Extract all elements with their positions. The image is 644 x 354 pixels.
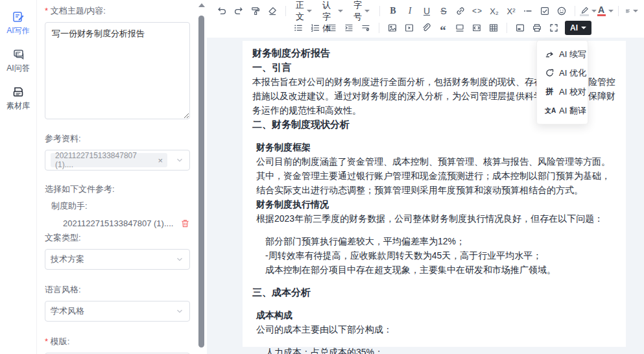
- emoji-icon[interactable]: [554, 3, 569, 19]
- ai-menu-button[interactable]: AI: [565, 21, 591, 35]
- template-label: 模版:: [45, 336, 190, 348]
- superscript-button[interactable]: X²: [503, 3, 519, 19]
- doc-block-blank: [252, 132, 616, 140]
- scroll-up-arrow[interactable]: [198, 3, 205, 7]
- print-icon[interactable]: [529, 20, 545, 36]
- outdent-icon[interactable]: [324, 20, 340, 36]
- nav-rail: AI写作 AI问答 素材库: [0, 0, 37, 354]
- style-select[interactable]: 学术风格: [45, 301, 190, 322]
- doc-type-label: 文案类型:: [45, 232, 190, 244]
- toolbar-divider: [285, 6, 286, 16]
- bold-button[interactable]: B: [385, 3, 401, 19]
- translate-icon: 文A: [545, 106, 555, 115]
- underline-button[interactable]: U: [419, 3, 435, 19]
- tag-remove-icon[interactable]: ×: [158, 156, 163, 165]
- link-icon[interactable]: [453, 3, 468, 19]
- continue-writing-icon: [545, 49, 555, 59]
- doc-type-value: 技术方案: [51, 254, 175, 265]
- caret-down-icon: [633, 10, 638, 12]
- format-painter-icon[interactable]: [248, 3, 263, 19]
- sidebar-item-label: AI问答: [6, 63, 29, 74]
- menu-item-label: AI 优化: [559, 67, 586, 79]
- editor-area: 正文 默认字体 字号 B I U S <> X₂ X² A: [207, 0, 644, 354]
- doc-block-blank: [252, 226, 616, 234]
- reference-label: 参考资料:: [45, 133, 190, 145]
- divider-icon[interactable]: [452, 20, 468, 36]
- file-section-label: 选择如下文件参考:: [45, 183, 190, 195]
- inline-code-button[interactable]: <>: [470, 3, 485, 19]
- editor-toolbar: 正文 默认字体 字号 B I U S <> X₂ X² A: [207, 0, 644, 38]
- doc-block-blank: [252, 277, 616, 285]
- app-window: AI写作 AI问答 素材库 文档主题/内容: 写一份财务制度分析报告 参考资料:…: [0, 0, 644, 354]
- topic-textarea[interactable]: 写一份财务制度分析报告: [45, 22, 190, 119]
- fullscreen-icon[interactable]: [546, 20, 562, 36]
- chevron-down-icon: [175, 156, 184, 165]
- caret-down-icon: [608, 10, 614, 12]
- ai-button-label: AI: [570, 23, 578, 32]
- toolbar-divider: [618, 6, 619, 16]
- redo-icon[interactable]: [231, 3, 246, 19]
- insert-image-icon[interactable]: [385, 20, 400, 36]
- menu-item-label: AI 续写: [559, 49, 586, 60]
- font-family-dropdown[interactable]: 默认字体: [318, 3, 347, 19]
- blockquote-icon[interactable]: “: [435, 20, 451, 36]
- topic-label: 文档主题/内容:: [45, 5, 190, 17]
- font-size-value: 字号: [353, 0, 362, 23]
- align-icon[interactable]: [624, 3, 639, 19]
- trash-icon[interactable]: [180, 218, 190, 228]
- paragraph-style-dropdown[interactable]: 正文: [292, 3, 316, 19]
- highlight-pen-icon[interactable]: [580, 3, 596, 19]
- code-block-icon[interactable]: [469, 20, 484, 36]
- horizontal-rule-icon[interactable]: [520, 3, 536, 19]
- archive-icon: [12, 86, 25, 99]
- reference-file-tag: 2021122715133847807 (1).... ×: [51, 153, 167, 167]
- menu-item-ai-optimize[interactable]: AI 优化: [537, 64, 588, 82]
- panel-scrollbar: [197, 0, 207, 354]
- doc-block-p1: 公司目前的制度涵盖了资金管理、成本控制、预算管理、核算与报告、风险管理等方面。其…: [256, 154, 616, 197]
- ordered-list-icon[interactable]: [307, 20, 323, 36]
- bullet-list-icon[interactable]: [291, 20, 306, 36]
- reference-select[interactable]: 2021122715133847807 (1).... ×: [45, 150, 190, 171]
- optimize-icon: [545, 68, 555, 78]
- style-value: 学术风格: [51, 305, 175, 317]
- checkbox-icon[interactable]: [537, 3, 553, 19]
- doc-block-blank: [252, 336, 616, 345]
- attachment-icon[interactable]: [418, 20, 434, 36]
- file-group-label: 制度助手:: [51, 200, 190, 212]
- page-break-icon[interactable]: [512, 20, 528, 36]
- caret-down-icon: [591, 10, 597, 12]
- line-break-icon[interactable]: [358, 20, 374, 36]
- sidebar-item-material-library[interactable]: 素材库: [0, 82, 36, 119]
- insert-video-icon[interactable]: [401, 20, 417, 36]
- doc-block-h2: 成本构成: [256, 308, 616, 322]
- italic-button[interactable]: I: [402, 3, 418, 19]
- indent-icon[interactable]: [341, 20, 357, 36]
- doc-pencil-icon: [12, 10, 25, 23]
- menu-item-ai-translate[interactable]: 文A AI 翻译: [537, 101, 588, 120]
- chevron-down-icon: [175, 255, 184, 264]
- font-color-icon[interactable]: A: [597, 3, 613, 19]
- caret-down-icon: [581, 27, 586, 29]
- menu-item-ai-proofread[interactable]: 拼 AI 校对: [537, 82, 588, 101]
- menu-item-ai-continue[interactable]: AI 续写: [537, 45, 588, 64]
- insert-table-icon[interactable]: [486, 20, 501, 36]
- selected-file-name: 2021122715133847807 (1)....: [63, 218, 180, 228]
- eraser-icon[interactable]: [265, 3, 280, 19]
- doc-block-h: 三、成本分析: [252, 285, 616, 300]
- doc-block-h2: 财务制度框架: [256, 140, 616, 154]
- sidebar-item-ai-writing[interactable]: AI写作: [0, 6, 36, 44]
- toolbar-divider: [379, 6, 380, 16]
- sidebar-item-ai-qa[interactable]: AI问答: [0, 44, 36, 82]
- scrollbar-thumb[interactable]: [198, 16, 204, 348]
- undo-icon[interactable]: [214, 3, 230, 19]
- menu-item-label: AI 翻译: [559, 105, 586, 117]
- doc-block-li: 人力成本：占总成本的35%；: [265, 345, 616, 354]
- font-size-dropdown[interactable]: 字号: [350, 3, 374, 19]
- doc-block-blank: [252, 300, 616, 308]
- doc-type-select[interactable]: 技术方案: [45, 249, 190, 270]
- subscript-button[interactable]: X₂: [486, 3, 502, 19]
- doc-block-p1: 根据2023年前三季度的财务数据，公司整体财务制度执行情况良好，但存在以下问题：: [256, 211, 616, 226]
- writing-form-panel: 文档主题/内容: 写一份财务制度分析报告 参考资料: 2021122715133…: [37, 0, 197, 354]
- strikethrough-button[interactable]: S: [436, 3, 451, 19]
- doc-block-h2: 财务制度执行情况: [256, 197, 616, 211]
